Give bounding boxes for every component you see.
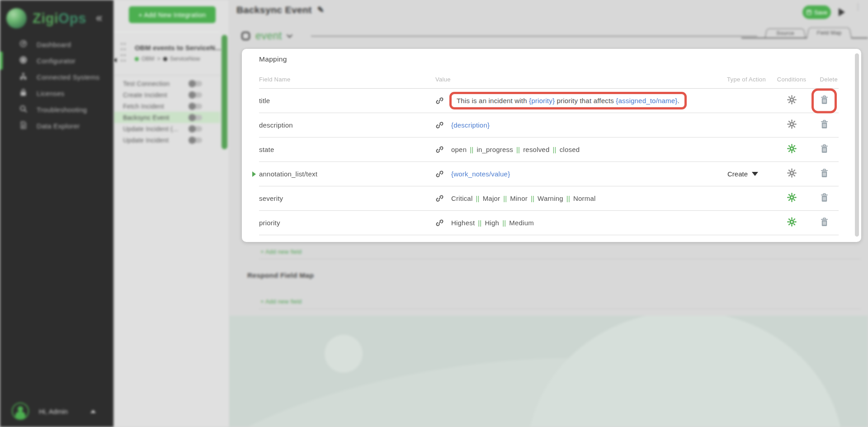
more-options-icon[interactable]: ⋮ bbox=[854, 5, 859, 9]
sidebar-item-label: Licenses bbox=[37, 90, 65, 97]
link-icon[interactable] bbox=[435, 121, 444, 129]
card-scrollbar[interactable] bbox=[855, 53, 859, 237]
conditions-gear-icon[interactable] bbox=[787, 95, 797, 107]
sidebar-item-connected-systems[interactable]: Connected Systems bbox=[0, 69, 113, 85]
col-conditions: Conditions bbox=[774, 72, 810, 83]
annotation-highlight-delete bbox=[811, 88, 837, 113]
mapping-section-title: Mapping bbox=[259, 55, 287, 63]
tab-field-map[interactable]: Field Map bbox=[807, 28, 852, 38]
value-input[interactable]: Critical||Major||Minor||Warning||Normal bbox=[451, 195, 596, 202]
magnifier-icon bbox=[19, 104, 28, 114]
action-item-update-incident-2[interactable]: Update Incident bbox=[113, 134, 220, 146]
value-input[interactable]: {description} bbox=[451, 121, 490, 129]
link-icon[interactable] bbox=[435, 96, 444, 105]
document-icon bbox=[19, 121, 28, 131]
sidebar-nav: Dashboard Configurator Connected Systems… bbox=[0, 36, 113, 134]
field-name-input[interactable]: description bbox=[259, 121, 435, 129]
panel-collapse-handle[interactable] bbox=[113, 58, 117, 62]
source-status-dot bbox=[135, 57, 139, 61]
source-system-label: OBM bbox=[142, 56, 154, 62]
expand-triangle-icon[interactable] bbox=[252, 171, 256, 177]
dashboard-icon bbox=[19, 39, 28, 49]
conditions-gear-icon[interactable] bbox=[787, 119, 797, 131]
col-value: Value bbox=[435, 72, 719, 83]
sidebar-item-data-explorer[interactable]: Data Explorer bbox=[0, 118, 113, 134]
panel-scrollbar[interactable] bbox=[222, 35, 227, 149]
integration-actions-list: Test Connection Create Incident Fetch In… bbox=[113, 78, 220, 146]
value-input[interactable]: open||in_progress||resolved||closed bbox=[451, 146, 580, 153]
toggle-off[interactable] bbox=[189, 115, 202, 120]
user-greeting: Hi, Admin bbox=[39, 408, 68, 415]
action-item-backsync-event[interactable]: Backsync Event bbox=[113, 112, 220, 123]
action-item-update-incident-1[interactable]: Update Incident (... bbox=[113, 123, 220, 134]
dropdown-arrow-icon bbox=[752, 172, 758, 176]
divider bbox=[259, 308, 861, 309]
sidebar-item-label: Data Explorer bbox=[37, 122, 80, 130]
drag-handle-icon[interactable] bbox=[121, 43, 126, 64]
conditions-gear-icon[interactable] bbox=[787, 168, 797, 180]
integration-systems: OBM > ServiceNow bbox=[135, 56, 200, 62]
conditions-gear-icon[interactable] bbox=[787, 143, 797, 156]
link-icon[interactable] bbox=[435, 145, 444, 154]
arrow-separator: > bbox=[157, 56, 160, 62]
divider bbox=[259, 259, 861, 259]
add-new-field-link[interactable]: + Add new field bbox=[260, 298, 302, 305]
link-icon[interactable] bbox=[435, 218, 444, 227]
target-system-label: ServiceNow bbox=[170, 56, 200, 62]
action-item-create-incident[interactable]: Create Incident bbox=[113, 89, 220, 100]
action-item-test-connection[interactable]: Test Connection bbox=[113, 78, 220, 89]
sidebar-item-licenses[interactable]: Licenses bbox=[0, 85, 113, 101]
field-name-input[interactable]: title bbox=[259, 97, 435, 104]
action-item-fetch-incident[interactable]: Fetch Incident bbox=[113, 100, 220, 112]
field-name-input[interactable]: annotation_list/text bbox=[259, 170, 435, 178]
value-input[interactable]: {work_notes/value} bbox=[451, 170, 510, 178]
value-input[interactable]: This is an incident with {priority} prio… bbox=[457, 97, 679, 104]
target-system-icon bbox=[163, 57, 167, 61]
toggle-off[interactable] bbox=[189, 126, 202, 132]
link-icon[interactable] bbox=[435, 194, 444, 203]
save-button[interactable]: Save bbox=[802, 5, 831, 19]
entity-icon bbox=[241, 32, 250, 40]
sidebar: ZigiOps « Dashboard Configurator Connect… bbox=[0, 0, 113, 427]
conditions-gear-icon[interactable] bbox=[787, 217, 797, 229]
col-delete: Delete bbox=[810, 72, 839, 83]
toggle-off[interactable] bbox=[189, 81, 202, 86]
link-icon[interactable] bbox=[435, 170, 444, 178]
entity-selector[interactable]: event bbox=[241, 30, 292, 42]
delete-trash-icon[interactable] bbox=[821, 218, 828, 228]
sidebar-item-dashboard[interactable]: Dashboard bbox=[0, 36, 113, 52]
delete-trash-icon[interactable] bbox=[821, 193, 828, 204]
conditions-gear-icon[interactable] bbox=[787, 192, 797, 204]
add-new-integration-button[interactable]: + Add New Integration bbox=[129, 6, 216, 23]
entity-divider bbox=[311, 36, 757, 37]
chevron-up-icon bbox=[90, 410, 96, 413]
value-input[interactable]: Highest||High||Medium bbox=[451, 219, 534, 227]
sidebar-collapse-icon[interactable]: « bbox=[96, 11, 102, 25]
mapping-card: Mapping Field Name Value Type of Action … bbox=[242, 49, 861, 242]
run-play-icon[interactable] bbox=[839, 8, 845, 16]
edit-pencil-icon[interactable]: ✎ bbox=[317, 5, 324, 15]
type-of-action-dropdown[interactable]: Create bbox=[719, 170, 774, 178]
integration-title: OBM events to ServiceN... bbox=[135, 44, 221, 52]
user-menu[interactable]: Hi, Admin bbox=[12, 403, 96, 420]
sidebar-item-label: Dashboard bbox=[37, 41, 71, 48]
delete-trash-icon[interactable] bbox=[821, 169, 828, 180]
delete-trash-icon[interactable] bbox=[821, 144, 828, 155]
sidebar-item-troubleshooting[interactable]: Troubleshooting bbox=[0, 101, 113, 118]
mapping-table: Field Name Value Type of Action Conditio… bbox=[259, 67, 839, 235]
tab-source[interactable]: Source bbox=[765, 28, 806, 38]
add-new-field-link[interactable]: + Add new field bbox=[260, 248, 302, 255]
toggle-off[interactable] bbox=[189, 138, 202, 143]
field-name-input[interactable]: state bbox=[259, 146, 435, 153]
sidebar-item-configurator[interactable]: Configurator bbox=[0, 52, 113, 69]
col-field-name: Field Name bbox=[259, 72, 435, 83]
field-name-input[interactable]: severity bbox=[259, 195, 435, 202]
delete-trash-icon[interactable] bbox=[821, 120, 828, 131]
configurator-icon bbox=[19, 56, 28, 66]
toggle-off[interactable] bbox=[189, 104, 202, 109]
toggle-off[interactable] bbox=[189, 92, 202, 98]
integration-card[interactable]: OBM events to ServiceN... OBM > ServiceN… bbox=[113, 32, 220, 76]
table-row-severity: severity Critical||Major||Minor||Warning… bbox=[259, 186, 839, 211]
field-name-input[interactable]: priority bbox=[259, 219, 435, 227]
sidebar-item-label: Troubleshooting bbox=[37, 106, 87, 114]
